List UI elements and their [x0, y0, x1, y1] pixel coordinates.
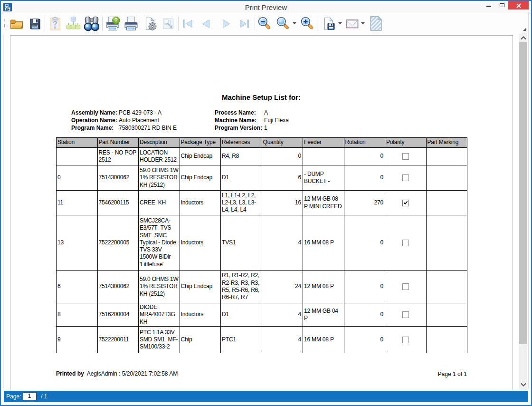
- svg-text:?: ?: [53, 20, 57, 28]
- svg-text:?: ?: [114, 17, 118, 24]
